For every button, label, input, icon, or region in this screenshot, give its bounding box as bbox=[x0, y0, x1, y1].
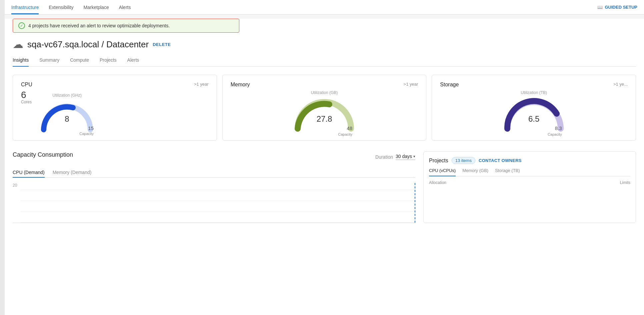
memory-duration: >1 year bbox=[404, 82, 418, 87]
projects-header: Projects 13 items CONTACT OWNERS bbox=[429, 157, 630, 164]
storage-card-header: Storage >1 ye... bbox=[440, 82, 628, 88]
projects-sub-tabs: CPU (vCPUs) Memory (GB) Storage (TB) bbox=[429, 168, 630, 176]
projects-section: Projects 13 items CONTACT OWNERS CPU (vC… bbox=[423, 151, 636, 223]
capacity-header-row: Capacity Consumption Duration 30 days ▾ bbox=[13, 151, 415, 162]
left-sidebar bbox=[0, 0, 5, 315]
memory-gauge-svg-wrap: 27.8 48 Capacity bbox=[291, 97, 358, 134]
tab-insights[interactable]: Insights bbox=[13, 57, 29, 67]
storage-gauge-svg-wrap: 6.5 8.3 Capacity bbox=[501, 97, 567, 134]
page-tabs: Insights Summary Compute Projects Alerts bbox=[13, 57, 636, 67]
cpu-cores-value: 6 bbox=[21, 90, 32, 100]
proj-tab-storage[interactable]: Storage (TB) bbox=[495, 168, 520, 176]
duration-value-text: 30 days bbox=[396, 154, 412, 159]
cpu-capacity-value: 15 bbox=[88, 125, 94, 131]
cpu-duration: >1 year bbox=[194, 82, 209, 87]
memory-card-header: Memory >1 year bbox=[231, 82, 418, 88]
duration-selector[interactable]: 30 days ▾ bbox=[396, 154, 415, 160]
storage-title: Storage bbox=[440, 82, 459, 88]
contact-owners-button[interactable]: CONTACT OWNERS bbox=[479, 158, 522, 163]
capacity-chart: 20 bbox=[13, 183, 415, 223]
delete-button[interactable]: DELETE bbox=[153, 42, 171, 47]
guided-setup-label: GUIDED SETUP bbox=[605, 5, 637, 10]
cpu-title: CPU bbox=[21, 82, 32, 88]
duration-control: Duration 30 days ▾ bbox=[375, 154, 415, 160]
storage-capacity-label: Capacity bbox=[548, 132, 562, 136]
nav-item-extensibility[interactable]: Extensibility bbox=[49, 0, 73, 14]
cpu-capacity-label: Capacity bbox=[79, 132, 94, 136]
memory-utilization-value: 27.8 bbox=[317, 114, 332, 124]
duration-label: Duration bbox=[375, 154, 393, 160]
storage-gauge: Utilization (TB) 6.5 8.3 Capacity bbox=[440, 90, 628, 134]
cpu-cores-label: Cores bbox=[21, 100, 32, 104]
chevron-down-icon: ▾ bbox=[413, 154, 415, 159]
cap-tab-cpu[interactable]: CPU (Demand) bbox=[13, 168, 45, 178]
nav-items: Infrastructure Extensibility Marketplace… bbox=[11, 0, 131, 14]
alert-check-icon bbox=[18, 22, 25, 29]
proj-tab-memory[interactable]: Memory (GB) bbox=[462, 168, 488, 176]
grid-line-3 bbox=[21, 211, 415, 212]
storage-utilization-value: 6.5 bbox=[528, 114, 539, 124]
storage-utilization-label: Utilization (TB) bbox=[521, 90, 547, 95]
projects-badge: 13 items bbox=[452, 157, 475, 164]
capacity-tabs: CPU (Demand) Memory (Demand) bbox=[13, 168, 415, 178]
limits-header: Limits bbox=[620, 180, 630, 185]
page-title: sqa-vc67.sqa.local / Datacenter bbox=[27, 39, 149, 50]
nav-item-infrastructure[interactable]: Infrastructure bbox=[11, 0, 39, 14]
projects-title: Projects bbox=[429, 158, 448, 164]
alert-banner: 4 projects have received an alert to rev… bbox=[13, 19, 239, 33]
chart-grid bbox=[21, 190, 415, 223]
book-icon: 📖 bbox=[597, 5, 603, 10]
chart-current-marker bbox=[415, 183, 415, 223]
tab-projects[interactable]: Projects bbox=[100, 57, 117, 67]
cpu-utilization-value: 8 bbox=[65, 114, 69, 124]
cpu-utilization-label: Utilization (GHz) bbox=[52, 93, 81, 98]
memory-gauge: Utilization (GB) 27.8 48 Capacity bbox=[231, 90, 418, 134]
memory-utilization-label: Utilization (GB) bbox=[311, 90, 338, 95]
tab-alerts[interactable]: Alerts bbox=[127, 57, 139, 67]
grid-line-4 bbox=[21, 222, 415, 223]
capacity-section: Capacity Consumption Duration 30 days ▾ … bbox=[13, 151, 415, 223]
grid-line-1 bbox=[21, 190, 415, 190]
cpu-metric-card: CPU >1 year 6 Cores Utilization (GHz) bbox=[13, 75, 217, 141]
cpu-gauge-svg-wrap: 8 15 Capacity bbox=[37, 100, 97, 133]
cpu-gauge: Utilization (GHz) 8 15 Capacity bbox=[37, 93, 97, 133]
tab-summary[interactable]: Summary bbox=[39, 57, 59, 67]
datacenter-icon: ☁ bbox=[13, 38, 23, 51]
projects-table-header: Allocation Limits bbox=[429, 179, 630, 186]
chart-y-label: 20 bbox=[13, 183, 17, 188]
proj-tab-cpu[interactable]: CPU (vCPUs) bbox=[429, 168, 456, 176]
memory-capacity-value: 48 bbox=[347, 125, 352, 131]
grid-line-2 bbox=[21, 201, 415, 201]
storage-capacity-value: 8.3 bbox=[555, 125, 562, 131]
guided-setup-button[interactable]: 📖 GUIDED SETUP bbox=[597, 5, 637, 10]
nav-item-marketplace[interactable]: Marketplace bbox=[83, 0, 109, 14]
memory-title: Memory bbox=[231, 82, 250, 88]
metrics-row: CPU >1 year 6 Cores Utilization (GHz) bbox=[13, 75, 636, 141]
main-content: 4 projects have received an alert to rev… bbox=[5, 19, 644, 315]
storage-metric-card: Storage >1 ye... Utilization (TB) 6.5 8.… bbox=[432, 75, 636, 141]
memory-capacity-label: Capacity bbox=[338, 132, 352, 136]
alert-message: 4 projects have received an alert to rev… bbox=[28, 23, 170, 28]
cpu-card-header: CPU >1 year bbox=[21, 82, 209, 88]
cap-tab-memory[interactable]: Memory (Demand) bbox=[53, 168, 92, 178]
memory-metric-card: Memory >1 year Utilization (GB) 27.8 48 bbox=[222, 75, 427, 141]
tab-compute[interactable]: Compute bbox=[70, 57, 89, 67]
allocation-header: Allocation bbox=[429, 180, 446, 185]
bottom-row: Capacity Consumption Duration 30 days ▾ … bbox=[13, 151, 636, 223]
capacity-title: Capacity Consumption bbox=[13, 151, 73, 158]
nav-item-alerts[interactable]: Alerts bbox=[119, 0, 131, 14]
page-header: ☁ sqa-vc67.sqa.local / Datacenter DELETE bbox=[13, 38, 636, 51]
storage-duration: >1 ye... bbox=[613, 82, 628, 87]
top-navigation: Infrastructure Extensibility Marketplace… bbox=[5, 0, 644, 15]
